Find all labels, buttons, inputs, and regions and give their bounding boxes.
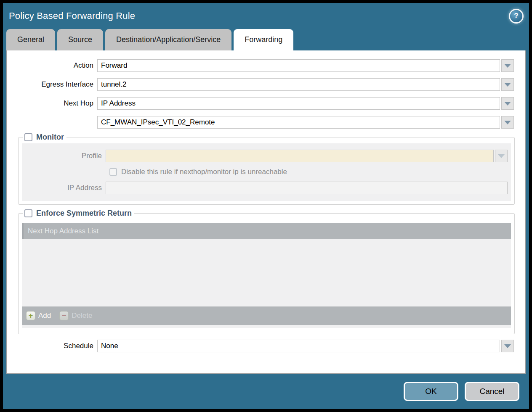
add-button[interactable]: + Add: [26, 311, 51, 320]
monitor-ip-address-row: IP Address: [25, 182, 508, 194]
delete-button: − Delete: [59, 311, 92, 320]
next-hop-address-list-column-header: Next Hop Address List: [28, 227, 98, 235]
tab-general[interactable]: General: [6, 29, 55, 50]
monitor-legend-label: Monitor: [36, 133, 64, 142]
schedule-label: Schedule: [19, 342, 93, 350]
egress-interface-field: [97, 78, 514, 91]
tab-general-label: General: [17, 35, 44, 44]
next-hop-address-table-toolbar: + Add − Delete: [22, 306, 511, 325]
next-hop-field: [97, 97, 514, 110]
chevron-down-icon: [504, 121, 511, 124]
ok-button-label: OK: [425, 387, 436, 396]
action-input[interactable]: [97, 59, 500, 72]
next-hop-address-dropdown-button[interactable]: [501, 116, 514, 129]
next-hop-label: Next Hop: [19, 99, 93, 108]
chevron-down-icon: [498, 154, 505, 158]
chevron-down-icon: [504, 64, 511, 68]
next-hop-address-input[interactable]: [97, 116, 500, 129]
chevron-down-icon: [504, 344, 511, 348]
action-dropdown-button[interactable]: [501, 59, 514, 72]
next-hop-dropdown-button[interactable]: [501, 97, 514, 110]
forwarding-tab-panel: Action Egress Interface Next Hop: [6, 50, 526, 374]
schedule-field: [97, 340, 514, 352]
minus-icon: −: [59, 311, 69, 320]
schedule-dropdown-button[interactable]: [501, 340, 514, 352]
egress-interface-dropdown-button[interactable]: [501, 78, 514, 91]
enforce-symmetric-return-fieldset: Enforce Symmetric Return Next Hop Addres…: [18, 209, 515, 334]
disable-rule-checkbox: [109, 168, 117, 176]
policy-based-forwarding-rule-dialog: Policy Based Forwarding Rule ? General S…: [3, 3, 529, 409]
egress-interface-input[interactable]: [97, 78, 500, 91]
tab-source[interactable]: Source: [57, 29, 103, 50]
dialog-title: Policy Based Forwarding Rule: [9, 11, 135, 21]
next-hop-address-table-body[interactable]: [22, 239, 511, 306]
enforce-symmetric-return-checkbox[interactable]: [24, 209, 32, 217]
dialog-footer: OK Cancel: [3, 374, 529, 409]
cancel-button[interactable]: Cancel: [465, 382, 519, 401]
monitor-legend: Monitor: [23, 133, 66, 142]
next-hop-row: Next Hop: [19, 97, 514, 110]
dialog-titlebar: Policy Based Forwarding Rule ?: [3, 3, 529, 29]
schedule-input[interactable]: [97, 340, 500, 352]
chevron-down-icon: [504, 102, 511, 106]
disable-rule-label: Disable this rule if nexthop/monitor ip …: [121, 168, 287, 176]
schedule-row: Schedule: [19, 340, 514, 352]
next-hop-address-row: [19, 116, 514, 129]
egress-interface-row: Egress Interface: [19, 78, 514, 91]
action-row: Action: [19, 59, 514, 72]
tab-destination-application-service[interactable]: Destination/Application/Service: [105, 29, 231, 50]
help-icon[interactable]: ?: [510, 10, 522, 22]
help-icon-glyph: ?: [514, 12, 518, 20]
action-label: Action: [19, 61, 93, 70]
monitor-checkbox[interactable]: [24, 133, 32, 141]
monitor-ip-address-input: [106, 182, 508, 194]
egress-interface-label: Egress Interface: [19, 80, 93, 89]
action-field: [97, 59, 514, 72]
tab-source-label: Source: [68, 35, 92, 44]
tab-bar: General Source Destination/Application/S…: [3, 29, 529, 50]
profile-field: [106, 150, 508, 162]
next-hop-address-table: Next Hop Address List + Add − Delete: [22, 223, 511, 328]
plus-icon: +: [26, 311, 35, 320]
ok-button[interactable]: OK: [404, 382, 458, 401]
next-hop-address-field: [97, 116, 514, 129]
cancel-button-label: Cancel: [479, 387, 504, 396]
add-button-label: Add: [38, 312, 51, 320]
profile-label: Profile: [25, 152, 102, 160]
profile-row: Profile: [25, 150, 508, 162]
profile-input: [106, 150, 494, 162]
tab-forwarding-label: Forwarding: [245, 35, 282, 44]
monitor-panel: Profile Disable this rule if nexthop/mon…: [22, 143, 511, 201]
next-hop-type-input[interactable]: [97, 97, 500, 110]
enforce-symmetric-return-legend: Enforce Symmetric Return: [23, 209, 134, 218]
tab-forwarding[interactable]: Forwarding: [234, 29, 293, 50]
enforce-symmetric-return-legend-label: Enforce Symmetric Return: [36, 209, 132, 218]
monitor-fieldset: Monitor Profile Disable this rule if nex…: [18, 133, 515, 205]
chevron-down-icon: [504, 83, 511, 87]
disable-rule-row: Disable this rule if nexthop/monitor ip …: [109, 168, 508, 176]
tab-destination-application-service-label: Destination/Application/Service: [116, 35, 221, 44]
monitor-ip-address-label: IP Address: [25, 184, 102, 192]
delete-button-label: Delete: [72, 312, 92, 320]
next-hop-address-table-header: Next Hop Address List: [22, 223, 511, 239]
profile-dropdown-button: [495, 150, 508, 162]
monitor-ip-address-field: [106, 182, 508, 194]
